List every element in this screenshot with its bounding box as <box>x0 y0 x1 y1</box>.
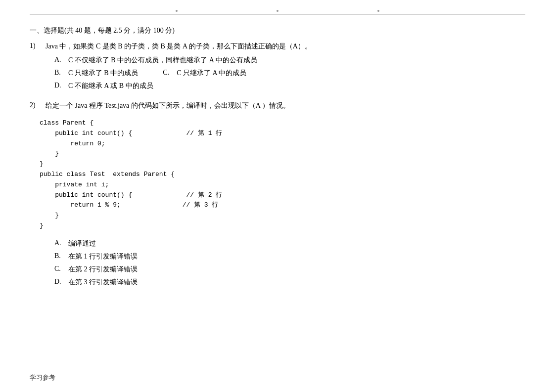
option-2-d: D. 在第 3 行引发编译错误 <box>54 278 525 287</box>
dot2 <box>277 10 278 12</box>
dot3 <box>377 10 379 12</box>
question-2-code: class Parent { public int count() { // 第… <box>30 115 525 234</box>
option-2-c: C. 在第 2 行引发编译错误 <box>54 265 525 274</box>
question-1-text: Java 中，如果类 C 是类 B 的子类，类 B 是类 A 的子类，那么下面描… <box>46 42 312 51</box>
question-2-number: 2) <box>30 101 42 110</box>
option-1-c: C. C 只继承了 A 中的成员 <box>163 69 246 78</box>
option-2-c-text: 在第 2 行引发编译错误 <box>68 265 138 274</box>
section-header: 一、选择题(共 40 题，每题 2.5 分，满分 100 分) <box>30 26 525 35</box>
question-1-title: 1) Java 中，如果类 C 是类 B 的子类，类 B 是类 A 的子类，那么… <box>30 42 525 51</box>
dot1 <box>176 10 178 12</box>
option-2-c-label: C. <box>54 265 64 273</box>
option-1-a-text: C 不仅继承了 B 中的公有成员，同样也继承了 A 中的公有成员 <box>68 56 257 65</box>
option-2-d-text: 在第 3 行引发编译错误 <box>68 278 138 287</box>
option-1-c-text: C 只继承了 A 中的成员 <box>177 69 246 78</box>
option-2-a: A. 编译通过 <box>54 239 525 248</box>
top-dots <box>30 10 525 12</box>
option-1-bc-row: B. C 只继承了 B 中的成员 C. C 只继承了 A 中的成员 <box>54 69 525 78</box>
question-2-options: A. 编译通过 B. 在第 1 行引发编译错误 C. 在第 2 行引发编译错误 … <box>30 239 525 287</box>
option-2-a-label: A. <box>54 239 64 247</box>
option-2-d-label: D. <box>54 278 64 286</box>
question-1-block: 1) Java 中，如果类 C 是类 B 的子类，类 B 是类 A 的子类，那么… <box>30 42 525 90</box>
option-1-b-text: C 只继承了 B 中的成员 <box>68 69 138 78</box>
option-1-a-label: A. <box>54 56 64 64</box>
option-2-b-text: 在第 1 行引发编译错误 <box>68 252 138 261</box>
option-1-a: A. C 不仅继承了 B 中的公有成员，同样也继承了 A 中的公有成员 <box>54 56 525 65</box>
option-1-d: D. C 不能继承 A 或 B 中的成员 <box>54 82 525 90</box>
option-2-b: B. 在第 1 行引发编译错误 <box>54 252 525 261</box>
option-2-a-text: 编译通过 <box>68 239 96 248</box>
question-2-title: 2) 给定一个 Java 程序 Test.java 的代码如下所示，编译时，会出… <box>30 101 525 110</box>
option-1-c-label: C. <box>163 69 173 78</box>
option-1-b: B. C 只继承了 B 中的成员 <box>54 69 138 78</box>
question-2-text: 给定一个 Java 程序 Test.java 的代码如下所示，编译时，会出现以下… <box>46 101 290 110</box>
option-1-d-text: C 不能继承 A 或 B 中的成员 <box>68 82 153 90</box>
top-border <box>30 14 525 18</box>
question-1-options: A. C 不仅继承了 B 中的公有成员，同样也继承了 A 中的公有成员 B. C… <box>30 56 525 90</box>
question-2-block: 2) 给定一个 Java 程序 Test.java 的代码如下所示，编译时，会出… <box>30 101 525 287</box>
option-2-b-label: B. <box>54 252 64 260</box>
option-1-b-label: B. <box>54 69 64 78</box>
question-1-number: 1) <box>30 42 42 51</box>
footer-text: 学习参考 <box>30 373 55 382</box>
option-1-d-label: D. <box>54 82 64 89</box>
page: 一、选择题(共 40 题，每题 2.5 分，满分 100 分) 1) Java … <box>0 0 555 392</box>
